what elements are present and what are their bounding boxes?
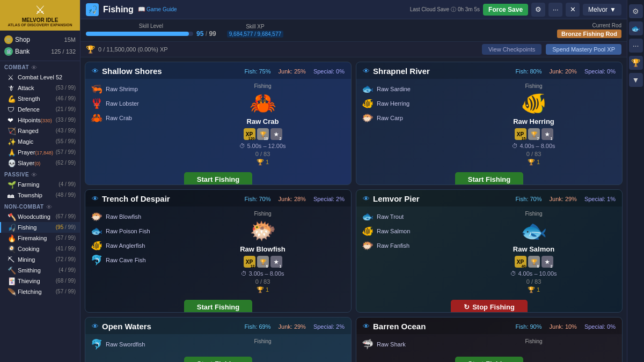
fletching-lvl: (57 / 99) [56, 289, 76, 294]
trench-start-button[interactable]: Start Fishing [184, 300, 252, 313]
fish-row: 🐡 Raw Carp [362, 112, 448, 124]
shallow-shores-stats: Fish: 75% Junk: 25% Special: 0% [245, 68, 345, 75]
user-menu-button[interactable]: Melvor ▼ [583, 4, 621, 16]
sidebar-item-magic[interactable]: ✨ Magic (55 / 99) [0, 136, 80, 147]
force-save-button[interactable]: Force Save [483, 4, 528, 16]
skill-level-section: Skill Level 95 / 99 [86, 23, 216, 38]
fish-util-button[interactable]: 🐟 [629, 21, 643, 35]
shallow-shores-title: Shallow Shores [102, 67, 162, 76]
scroll-down-button[interactable]: ▼ [629, 73, 643, 87]
fish-row: 🦐 Raw Shrimp [91, 83, 177, 95]
noncombat-visibility-icon[interactable]: 👁 [46, 204, 52, 210]
sidebar-item-farming[interactable]: 🌱 Farming (4 / 99) [0, 179, 80, 190]
open-waters-title: Open Waters [102, 322, 151, 331]
fishing-area-open-waters: 👁 Open Waters Fish: 69% Junk: 29% Specia… [85, 317, 352, 362]
trench-special-pct: Special: 2% [313, 196, 345, 202]
skill-level-current: 95 [196, 30, 203, 38]
woodcutting-label: Woodcutting [18, 213, 50, 220]
star-badge-2: ★1 [541, 128, 553, 140]
lemvor-visibility-icon[interactable]: 👁 [363, 195, 370, 203]
sidebar-item-defence[interactable]: 🛡 Defence (21 / 99) [0, 104, 80, 115]
sidebar-item-fishing[interactable]: 🎣 Fishing (95 / 99) [0, 222, 80, 233]
barren-ocean-footer: Start Fishing Idle [356, 354, 622, 362]
sidebar-item-mining[interactable]: ⛏ Mining (72 / 99) [0, 254, 80, 265]
shrapnel-river-active: Fishing 🐠 Raw Herring XP15 🏆7 ★1 ⏱ 4.00s… [451, 83, 617, 166]
cooking-label: Cooking [18, 246, 39, 252]
sidebar-item-combat-level[interactable]: ⚔ Combat Level 52 [0, 72, 80, 83]
trench-visibility-icon[interactable]: 👁 [92, 195, 99, 203]
open-waters-body: 🐬 Raw Swordfish Fishing [85, 334, 351, 354]
shrapnel-river-start-button[interactable]: Start Fishing [455, 172, 523, 185]
trophy-util-button[interactable]: 🏆 [629, 56, 643, 70]
close-button[interactable]: ✕ [566, 3, 580, 17]
open-waters-header: 👁 Open Waters Fish: 69% Junk: 29% Specia… [85, 317, 351, 334]
sidebar-item-strength[interactable]: 💪 Strength (46 / 99) [0, 93, 80, 104]
shrimp-name: Raw Shrimp [106, 86, 138, 92]
game-guide-link[interactable]: Game Guide [138, 6, 177, 13]
sidebar-item-smithing[interactable]: 🔨 Smithing (4 / 99) [0, 265, 80, 276]
view-checkpoints-button[interactable]: View Checkpoints [482, 44, 541, 55]
passive-visibility-icon[interactable]: 👁 [31, 172, 37, 178]
sidebar-item-firemaking[interactable]: 🔥 Firemaking (57 / 99) [0, 233, 80, 243]
shallow-shores-title-wrap: 👁 Shallow Shores [92, 67, 162, 76]
open-waters-start-button[interactable]: Start Fishing [184, 357, 252, 362]
shrapnel-river-visibility-icon[interactable]: 👁 [363, 67, 370, 75]
lemvor-stop-button[interactable]: ↻ Stop Fishing [451, 300, 528, 313]
sidebar-item-attack[interactable]: 🗡 Attack (53 / 99) [0, 83, 80, 93]
magic-lvl: (55 / 99) [56, 138, 76, 144]
active-fishing-label: Fishing [254, 83, 271, 89]
open-waters-visibility-icon[interactable]: 👁 [92, 322, 99, 330]
skill-level-max: 99 [209, 30, 216, 38]
thieving-icon: 🃏 [8, 277, 15, 285]
active-fishing-label-4: Fishing [525, 211, 542, 217]
more-util-button[interactable]: ··· [629, 39, 643, 53]
hitpoints-label: Hitpoints(330) [18, 117, 52, 123]
sidebar-item-woodcutting[interactable]: 🪓 Woodcutting (67 / 99) [0, 211, 80, 222]
fishing-label: Fishing [18, 224, 36, 231]
sidebar-item-hitpoints[interactable]: ❤ Hitpoints(330) (33 / 99) [0, 115, 80, 125]
active-fish-image-2: 🐠 [521, 91, 547, 116]
sidebar-item-township[interactable]: 🏘 Township (48 / 99) [0, 190, 80, 201]
shallow-shores-visibility-icon[interactable]: 👁 [92, 67, 99, 75]
sidebar-item-cooking[interactable]: 🍳 Cooking (41 / 99) [0, 243, 80, 254]
trench-header: 👁 Trench of Despair Fish: 70% Junk: 28% … [85, 190, 351, 206]
logo[interactable]: ⚔ MELVOR IDLEATLAS OF DISCOVERY EXPANSIO… [0, 0, 80, 31]
noncombat-section-title: NON-COMBAT [4, 204, 44, 210]
fish-row: 🐬 Raw Swordfish [91, 338, 177, 350]
time-range-3: ⏱ 3.00s – 8.00s [241, 270, 284, 277]
barren-ocean-start-button[interactable]: Start Fishing [455, 357, 523, 362]
smithing-label: Smithing [18, 267, 41, 274]
firemaking-label: Firemaking [18, 235, 47, 241]
sidebar-shop[interactable]: 🛒 Shop 15M [4, 34, 76, 46]
main-content: 🎣 Fishing Game Guide Last Cloud Save ⓘ 0… [80, 0, 627, 362]
lemvor-active: Fishing 🐟 Raw Salmon XP40 🏆8 ★2 ⏱ 4.00s … [451, 211, 617, 293]
combat-level-label: Combat Level 52 [18, 74, 62, 80]
lemvor-body: 🐟 Raw Trout 🐠 Raw Salmon 🐡 Raw Fanfish F… [356, 206, 622, 298]
active-fish-image: 🦀 [250, 91, 276, 116]
barren-ocean-visibility-icon[interactable]: 👁 [363, 322, 370, 330]
passive-section-title: PASSIVE [4, 172, 29, 178]
noncombat-section-header: NON-COMBAT 👁 [0, 201, 80, 211]
sidebar-item-slayer[interactable]: 💀 Slayer(0) (62 / 99) [0, 158, 80, 168]
xp-badge: XP120 [244, 128, 255, 140]
active-fishing-label-5: Fishing [254, 338, 271, 344]
shallow-shores-start-button[interactable]: Start Fishing [184, 172, 252, 185]
sidebar-bank[interactable]: 🏦 Bank 125 / 132 [4, 46, 76, 57]
settings-util-button[interactable]: ⚙ [629, 4, 643, 18]
sidebar-item-prayer[interactable]: 🙏 Prayer(17,848) (57 / 99) [0, 147, 80, 158]
sidebar-item-fletching[interactable]: 🪶 Fletching (57 / 99) [0, 286, 80, 297]
shrapnel-river-junk-pct: Junk: 20% [550, 68, 577, 75]
more-options-button[interactable]: ··· [548, 3, 562, 17]
sidebar-item-thieving[interactable]: 🃏 Thieving (68 / 99) [0, 276, 80, 286]
settings-button[interactable]: ⚙ [531, 3, 545, 17]
spend-mastery-pool-button[interactable]: Spend Mastery Pool XP [546, 44, 621, 55]
active-fishing-label-6: Fishing [525, 338, 542, 344]
trophy-badge-3: 🏆6 [257, 256, 269, 268]
crab-name: Raw Crab [106, 115, 132, 121]
fish-row: 🐟 Raw Poison Fish [91, 225, 177, 237]
sidebar-item-ranged[interactable]: 🏹 Ranged (43 / 99) [0, 125, 80, 136]
star-badge: ★2 [270, 128, 282, 140]
mining-icon: ⛏ [8, 256, 15, 263]
combat-visibility-icon[interactable]: 👁 [31, 64, 37, 71]
smithing-icon: 🔨 [8, 267, 15, 274]
